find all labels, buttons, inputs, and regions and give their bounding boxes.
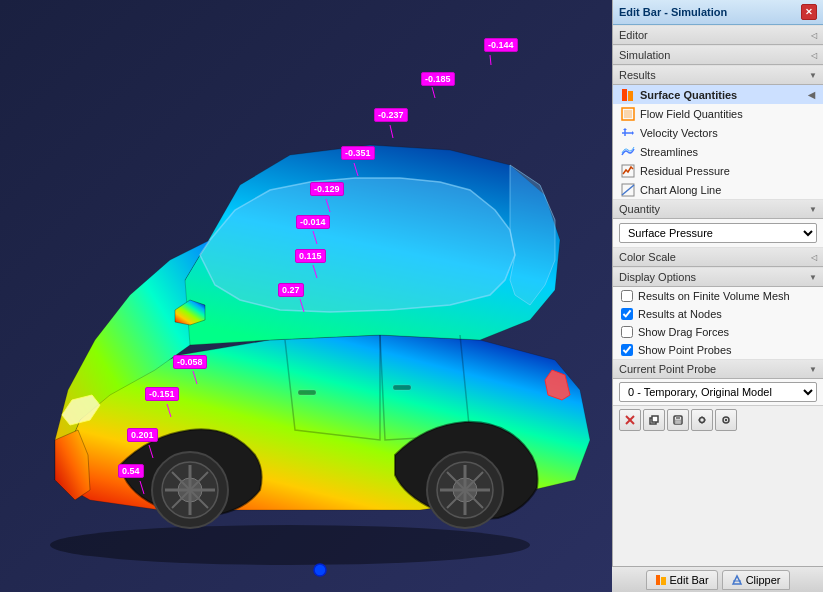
sidebar-panel: Edit Bar - Simulation ✕ Editor ◁ Simulat… [612,0,823,592]
svg-rect-45 [652,416,658,422]
display-options-arrow: ▼ [809,273,817,282]
panel-title: Edit Bar - Simulation [619,6,727,18]
quantity-label: Quantity [619,203,660,215]
svg-rect-34 [624,110,632,118]
sidebar-item-velocity-vectors[interactable]: Velocity Vectors [613,123,823,142]
quantity-dropdown-container: Surface Pressure Velocity Pressure Coeff… [613,219,823,247]
svg-rect-31 [622,89,627,101]
simulation-label: Simulation [619,49,670,61]
svg-rect-56 [656,575,660,585]
visualization-canvas: -0.144 -0.185 -0.237 -0.351 -0.129 -0.01… [0,0,612,592]
svg-point-49 [700,418,705,423]
probe-label-7: 0.115 [295,249,326,263]
simulation-arrow: ◁ [811,51,817,60]
svg-rect-47 [676,416,680,419]
quantity-select[interactable]: Surface Pressure Velocity Pressure Coeff… [619,223,817,243]
probe-label-8: 0.27 [278,283,304,297]
svg-rect-17 [393,385,411,390]
streamlines-icon [621,145,635,159]
checkbox-results-at-nodes[interactable]: Results at Nodes [613,305,823,323]
residual-pressure-icon [621,164,635,178]
clipper-tab-label: Clipper [746,574,781,586]
color-scale-arrow: ◁ [811,253,817,262]
svg-rect-57 [661,577,666,585]
color-scale-label: Color Scale [619,251,676,263]
current-point-probe-label: Current Point Probe [619,363,716,375]
svg-line-41 [622,185,634,195]
svg-point-55 [725,419,727,421]
chart-along-line-label: Chart Along Line [640,184,721,196]
velocity-vectors-label: Velocity Vectors [640,127,718,139]
sidebar-item-surface-quantities[interactable]: Surface Quantities ◀ [613,85,823,104]
probe-label-9: -0.058 [173,355,207,369]
edit-bar-tab[interactable]: Edit Bar [646,570,718,590]
clipper-tab[interactable]: Clipper [722,570,790,590]
svg-point-51 [701,422,703,424]
close-button[interactable]: ✕ [801,4,817,20]
svg-point-52 [698,419,700,421]
svg-point-53 [704,419,706,421]
view-button[interactable] [715,409,737,431]
surface-quantities-label: Surface Quantities [640,89,737,101]
svg-rect-32 [628,91,633,101]
svg-marker-38 [623,128,627,130]
probe-label-4: -0.351 [341,146,375,160]
finite-volume-mesh-label: Results on Finite Volume Mesh [638,290,790,302]
chart-along-line-icon [621,183,635,197]
results-arrow: ▼ [809,71,817,80]
results-at-nodes-label: Results at Nodes [638,308,722,320]
clipper-icon [731,574,743,586]
show-drag-forces-checkbox[interactable] [621,326,633,338]
svg-marker-36 [632,131,634,135]
delete-button[interactable] [619,409,641,431]
results-section-header[interactable]: Results ▼ [613,65,823,85]
flow-field-label: Flow Field Quantities [640,108,743,120]
show-point-probes-label: Show Point Probes [638,344,732,356]
sidebar-item-chart-along-line[interactable]: Chart Along Line [613,180,823,199]
results-at-nodes-checkbox[interactable] [621,308,633,320]
probe-label-5: -0.129 [310,182,344,196]
editor-label: Editor [619,29,648,41]
svg-point-18 [314,564,326,576]
checkbox-finite-volume-mesh[interactable]: Results on Finite Volume Mesh [613,287,823,305]
edit-bar-tab-label: Edit Bar [670,574,709,586]
settings-button[interactable] [691,409,713,431]
checkbox-show-point-probes[interactable]: Show Point Probes [613,341,823,359]
display-options-section-header[interactable]: Display Options ▼ [613,267,823,287]
svg-rect-16 [298,390,316,395]
simulation-section-header[interactable]: Simulation ◁ [613,45,823,65]
current-point-probe-arrow: ▼ [809,365,817,374]
probe-dropdown-container: 0 - Temporary, Original Model 1 - Probe … [613,379,823,405]
sidebar-item-streamlines[interactable]: Streamlines [613,142,823,161]
finite-volume-mesh-checkbox[interactable] [621,290,633,302]
quantity-section-header[interactable]: Quantity ▼ [613,199,823,219]
svg-point-1 [50,525,530,565]
quantity-arrow: ▼ [809,205,817,214]
current-point-probe-section-header[interactable]: Current Point Probe ▼ [613,359,823,379]
editor-arrow: ◁ [811,31,817,40]
display-options-label: Display Options [619,271,696,283]
streamlines-label: Streamlines [640,146,698,158]
editor-section-header[interactable]: Editor ◁ [613,25,823,45]
probe-label-10: -0.151 [145,387,179,401]
probe-label-12: 0.54 [118,464,144,478]
active-indicator: ◀ [808,90,815,100]
show-drag-forces-label: Show Drag Forces [638,326,729,338]
velocity-vectors-icon [621,126,635,140]
toolbar-buttons-row [613,405,823,434]
probe-select[interactable]: 0 - Temporary, Original Model 1 - Probe … [619,382,817,402]
bottom-bar: Edit Bar Clipper [612,566,823,592]
svg-point-50 [701,416,703,418]
edit-bar-icon [655,574,667,586]
probe-label-11: 0.201 [127,428,158,442]
show-point-probes-checkbox[interactable] [621,344,633,356]
copy-button[interactable] [643,409,665,431]
save-button[interactable] [667,409,689,431]
results-label: Results [619,69,656,81]
flow-field-icon [621,107,635,121]
color-scale-section-header[interactable]: Color Scale ◁ [613,247,823,267]
sidebar-item-residual-pressure[interactable]: Residual Pressure [613,161,823,180]
sidebar-item-flow-field[interactable]: Flow Field Quantities [613,104,823,123]
checkbox-show-drag-forces[interactable]: Show Drag Forces [613,323,823,341]
probe-label-1: -0.144 [484,38,518,52]
